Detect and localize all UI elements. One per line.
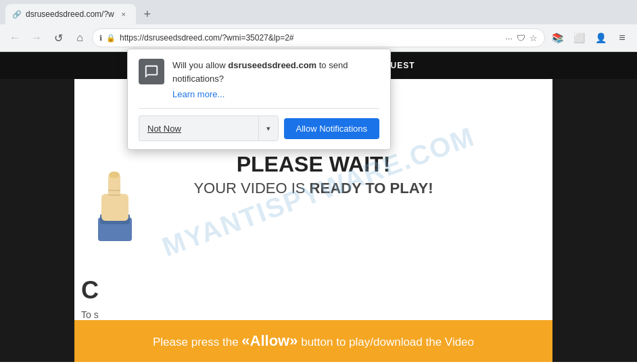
bookmark-icon[interactable]: ☆ [529, 33, 538, 43]
address-bar-row: ← → ↺ ⌂ ℹ 🔒 https://dsruseedsdreed.com/?… [0, 24, 637, 51]
video-ready-text: YOUR VIDEO IS READY TO PLAY! [193, 180, 433, 197]
popup-buttons: Not Now ▾ Allow Notifications [139, 108, 379, 141]
banner-allow: «Allow» [241, 332, 298, 349]
popup-chat-icon [139, 59, 164, 84]
shield-icon[interactable]: 🛡 [517, 33, 525, 43]
url-text: https://dsruseedsdreed.com/?wmi=35027&lp… [120, 33, 501, 43]
notification-popup: Will you allow dsruseedsdreed.com to sen… [127, 49, 391, 150]
video-ready-suffix: READY TO PLAY! [310, 180, 433, 197]
library-icon[interactable]: 📚 [548, 28, 567, 47]
not-now-button-group: Not Now ▾ [139, 115, 279, 141]
address-box[interactable]: ℹ 🔒 https://dsruseedsdreed.com/?wmi=3502… [92, 28, 545, 47]
svg-point-4 [109, 172, 120, 178]
video-ready-prefix: YOUR VIDEO IS [193, 180, 309, 197]
info-icon: ℹ [99, 34, 102, 43]
tab-bar: 🔗 dsruseedsdreed.com/?w × + [0, 0, 637, 24]
orange-banner: Please press the «Allow» button to play/… [74, 320, 552, 362]
tab-title: dsruseedsdreed.com/?w [26, 9, 114, 19]
please-wait-text: PLEASE WAIT! [237, 152, 391, 177]
not-now-dropdown-button[interactable]: ▾ [258, 115, 279, 141]
banner-suffix: button to play/download the Video [298, 336, 474, 348]
forward-button[interactable]: → [27, 28, 46, 47]
home-button[interactable]: ⌂ [70, 28, 89, 47]
back-button[interactable]: ← [5, 28, 24, 47]
browser-chrome: 🔗 dsruseedsdreed.com/?w × + ← → ↺ ⌂ ℹ 🔒 … [0, 0, 637, 52]
refresh-button[interactable]: ↺ [49, 28, 68, 47]
not-now-label: Not Now [147, 124, 181, 134]
tab-close-button[interactable]: × [118, 9, 129, 20]
active-tab[interactable]: 🔗 dsruseedsdreed.com/?w × [5, 4, 136, 24]
lock-icon: 🔒 [106, 34, 116, 43]
bg-dark-left [0, 52, 74, 362]
hand-illustration [88, 167, 142, 251]
popup-message: Will you allow dsruseedsdreed.com to sen… [172, 59, 379, 85]
banner-prefix: Please press the [153, 336, 241, 348]
tab-favicon: 🔗 [12, 10, 22, 19]
popup-domain: dsruseedsdreed.com [228, 60, 316, 70]
new-tab-button[interactable]: + [139, 5, 156, 23]
learn-more-link[interactable]: Learn more... [172, 89, 225, 99]
more-menu-icon[interactable]: ≡ [613, 28, 632, 47]
more-options-icon[interactable]: ··· [505, 33, 513, 43]
bg-dark-right [552, 52, 637, 362]
bottom-site-subtext: To s [81, 309, 99, 320]
sidebar-toggle-icon[interactable]: ⬜ [569, 28, 588, 47]
popup-header: Will you allow dsruseedsdreed.com to sen… [139, 59, 379, 85]
account-icon[interactable]: 👤 [591, 28, 610, 47]
popup-message-prefix: Will you allow [172, 60, 228, 70]
bottom-site-letter: C [81, 276, 99, 305]
allow-notifications-button[interactable]: Allow Notifications [284, 118, 380, 139]
not-now-button[interactable]: Not Now [139, 115, 258, 141]
